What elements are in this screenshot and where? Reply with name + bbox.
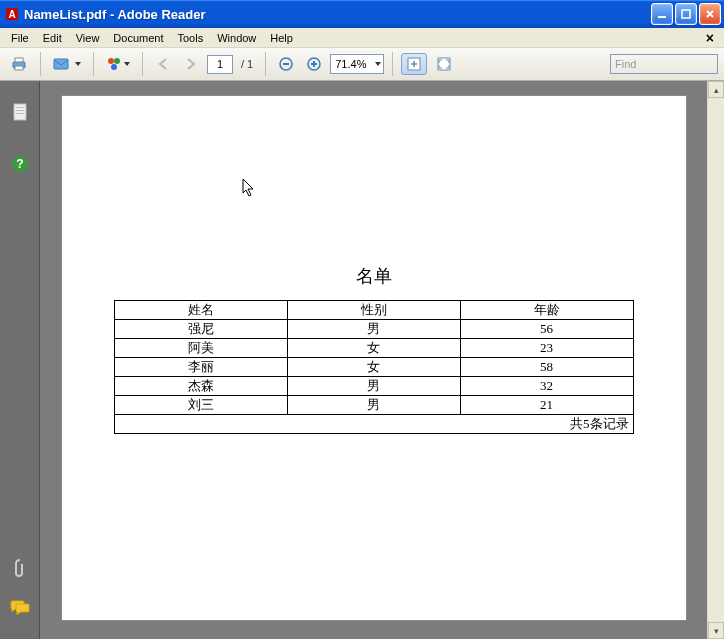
- svg-rect-5: [15, 58, 23, 62]
- cell-name: 强尼: [114, 320, 287, 339]
- menu-tools[interactable]: Tools: [171, 30, 211, 46]
- zoom-select[interactable]: 71.4%: [330, 54, 384, 74]
- svg-rect-2: [658, 16, 666, 18]
- toolbar: / 1 71.4% Find: [0, 48, 724, 81]
- cell-name: 杰森: [114, 377, 287, 396]
- svg-rect-3: [682, 10, 690, 18]
- cell-age: 23: [460, 339, 633, 358]
- print-button[interactable]: [6, 52, 32, 76]
- find-placeholder: Find: [615, 58, 636, 70]
- fullscreen-button[interactable]: [431, 53, 457, 75]
- menu-file[interactable]: File: [4, 30, 36, 46]
- svg-point-10: [111, 64, 117, 70]
- svg-text:A: A: [8, 9, 15, 20]
- zoom-in-button[interactable]: [302, 52, 326, 76]
- table-row: 刘三 男 21: [114, 396, 633, 415]
- next-page-button[interactable]: [179, 52, 203, 76]
- menu-view[interactable]: View: [69, 30, 107, 46]
- col-age: 年龄: [460, 301, 633, 320]
- cell-name: 李丽: [114, 358, 287, 377]
- page-number-input[interactable]: [207, 55, 233, 74]
- separator: [40, 52, 41, 76]
- minimize-button[interactable]: [651, 3, 673, 25]
- main-area: ? 名单 姓名 性别: [0, 81, 724, 639]
- close-button[interactable]: [699, 3, 721, 25]
- svg-point-9: [114, 58, 120, 64]
- cell-age: 56: [460, 320, 633, 339]
- svg-rect-15: [313, 61, 315, 67]
- table-row: 阿美 女 23: [114, 339, 633, 358]
- footer-cell: 共5条记录: [114, 415, 633, 434]
- cursor-icon: [242, 178, 256, 202]
- table-row: 强尼 男 56: [114, 320, 633, 339]
- separator: [93, 52, 94, 76]
- collab-button[interactable]: [102, 52, 134, 76]
- zoom-out-button[interactable]: [274, 52, 298, 76]
- pages-panel-icon[interactable]: [9, 101, 31, 123]
- scroll-down-button[interactable]: ▾: [708, 622, 724, 639]
- separator: [265, 52, 266, 76]
- chevron-down-icon: [75, 62, 81, 66]
- svg-rect-19: [16, 107, 24, 108]
- data-table: 姓名 性别 年龄 强尼 男 56 阿美 女: [114, 300, 634, 434]
- envelope-button[interactable]: [49, 52, 85, 76]
- menu-window[interactable]: Window: [210, 30, 263, 46]
- nav-sidebar: ?: [0, 81, 40, 639]
- pdf-page: 名单 姓名 性别 年龄 强尼 男 56: [61, 95, 687, 621]
- find-input[interactable]: Find: [610, 54, 718, 74]
- svg-rect-18: [14, 104, 26, 120]
- document-close-button[interactable]: ×: [700, 30, 720, 46]
- prev-page-button[interactable]: [151, 52, 175, 76]
- document-scroll[interactable]: 名单 姓名 性别 年龄 强尼 男 56: [40, 81, 707, 639]
- svg-rect-21: [16, 113, 24, 114]
- svg-text:?: ?: [16, 157, 23, 171]
- menu-help[interactable]: Help: [263, 30, 300, 46]
- cell-gender: 女: [287, 339, 460, 358]
- svg-point-8: [108, 58, 114, 64]
- cell-age: 32: [460, 377, 633, 396]
- cell-gender: 男: [287, 320, 460, 339]
- maximize-button[interactable]: [675, 3, 697, 25]
- separator: [392, 52, 393, 76]
- table-row: 杰森 男 32: [114, 377, 633, 396]
- svg-rect-12: [283, 63, 289, 65]
- scroll-track[interactable]: [708, 98, 724, 622]
- chevron-down-icon: [124, 62, 130, 66]
- cell-gender: 男: [287, 396, 460, 415]
- vertical-scrollbar[interactable]: ▴ ▾: [707, 81, 724, 639]
- table-footer-row: 共5条记录: [114, 415, 633, 434]
- svg-rect-6: [15, 66, 23, 70]
- help-panel-icon[interactable]: ?: [9, 153, 31, 175]
- cell-age: 21: [460, 396, 633, 415]
- scroll-mode-button[interactable]: [401, 53, 427, 75]
- table-row: 李丽 女 58: [114, 358, 633, 377]
- separator: [142, 52, 143, 76]
- table-header-row: 姓名 性别 年龄: [114, 301, 633, 320]
- page-total-label: / 1: [237, 58, 257, 70]
- document-viewport: 名单 姓名 性别 年龄 强尼 男 56: [40, 81, 724, 639]
- menu-bar: File Edit View Document Tools Window Hel…: [0, 28, 724, 48]
- title-bar: A NameList.pdf - Adobe Reader: [0, 0, 724, 28]
- zoom-value: 71.4%: [335, 58, 366, 70]
- chevron-down-icon: [375, 62, 381, 66]
- col-name: 姓名: [114, 301, 287, 320]
- svg-rect-7: [54, 59, 68, 69]
- svg-rect-20: [16, 110, 24, 111]
- comments-panel-icon[interactable]: [9, 597, 31, 619]
- menu-edit[interactable]: Edit: [36, 30, 69, 46]
- attachments-panel-icon[interactable]: [9, 557, 31, 579]
- col-gender: 性别: [287, 301, 460, 320]
- cell-age: 58: [460, 358, 633, 377]
- window-title: NameList.pdf - Adobe Reader: [24, 7, 651, 22]
- cell-name: 阿美: [114, 339, 287, 358]
- document-title: 名单: [62, 264, 686, 288]
- menu-document[interactable]: Document: [106, 30, 170, 46]
- cell-gender: 女: [287, 358, 460, 377]
- cell-name: 刘三: [114, 396, 287, 415]
- app-icon: A: [4, 6, 20, 22]
- cell-gender: 男: [287, 377, 460, 396]
- scroll-up-button[interactable]: ▴: [708, 81, 724, 98]
